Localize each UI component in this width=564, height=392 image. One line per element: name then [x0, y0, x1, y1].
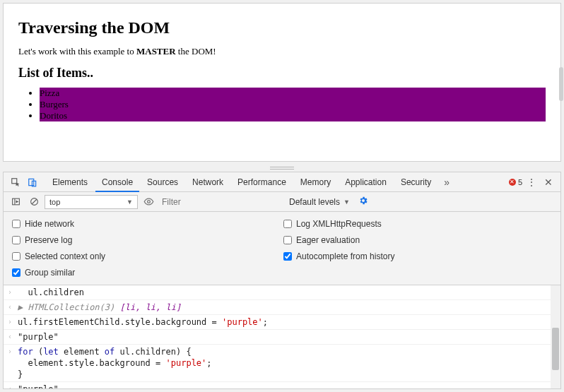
setting-preserve-log[interactable]: Preserve log	[12, 235, 281, 245]
setting-log-xhr[interactable]: Log XMLHttpRequests	[283, 219, 552, 229]
live-expression-icon[interactable]	[141, 194, 156, 210]
console-result[interactable]: ▶ HTMLCollection(3) [li, li, li]	[18, 302, 556, 313]
console-result: "purple"	[18, 331, 556, 343]
tab-application[interactable]: Application	[339, 172, 393, 192]
setting-eager-eval[interactable]: Eager evaluation	[283, 235, 552, 245]
items-list: Pizza Burgers Doritos	[18, 88, 546, 121]
chevron-down-icon: ▼	[343, 198, 350, 206]
error-count[interactable]: ✕ 5	[509, 178, 522, 186]
page-scrollbar[interactable]	[559, 67, 563, 101]
console-cutoff: ul.children	[18, 287, 556, 298]
tab-memory[interactable]: Memory	[294, 172, 337, 192]
page-h1: Traversing the DOM	[18, 18, 546, 37]
setting-group-similar[interactable]: Group similar	[12, 268, 281, 278]
page-viewport: Traversing the DOM Let's work with this …	[3, 3, 561, 162]
page-paragraph: Let's work with this example to MASTER t…	[18, 46, 546, 57]
log-levels-selector[interactable]: Default levels ▼	[289, 197, 350, 207]
console-filterbar: top ▼ Default levels ▼	[4, 192, 560, 212]
more-tabs-icon[interactable]: »	[439, 177, 454, 188]
console-sidebar-toggle-icon[interactable]	[8, 194, 23, 210]
devtools-resize-handle[interactable]	[0, 165, 564, 172]
devtools-panel: Elements Console Sources Network Perform…	[3, 172, 561, 389]
console-input-line: for (let element of ul.children) { eleme…	[18, 346, 556, 380]
filter-input[interactable]	[159, 195, 286, 209]
tab-security[interactable]: Security	[394, 172, 437, 192]
setting-hide-network[interactable]: Hide network	[12, 219, 281, 229]
list-item: Burgers	[40, 99, 546, 110]
console-settings-icon[interactable]	[356, 196, 371, 208]
tab-sources[interactable]: Sources	[141, 172, 184, 192]
list-item: Pizza	[40, 88, 546, 99]
kebab-menu-icon[interactable]: ⋮	[524, 177, 539, 188]
console-result: "purple"	[18, 384, 556, 388]
chevron-down-icon: ▼	[127, 198, 133, 206]
setting-autocomplete[interactable]: Autocomplete from history	[283, 251, 552, 261]
setting-selected-ctx[interactable]: Selected context only	[12, 251, 281, 261]
svg-point-5	[147, 201, 150, 203]
tab-network[interactable]: Network	[186, 172, 230, 192]
console-scrollbar[interactable]	[551, 285, 560, 388]
clear-console-icon[interactable]	[26, 194, 42, 210]
devtools-tabbar: Elements Console Sources Network Perform…	[4, 172, 560, 192]
inspect-element-icon[interactable]	[8, 174, 23, 190]
page-h2: List of Items..	[18, 66, 546, 81]
console-input-line: ul.firstElementChild.style.background = …	[18, 316, 556, 328]
error-dot-icon: ✕	[509, 179, 516, 186]
list-item: Doritos	[40, 110, 546, 121]
svg-rect-1	[29, 179, 34, 185]
device-toolbar-icon[interactable]	[25, 174, 40, 190]
page-content: Traversing the DOM Let's work with this …	[6, 6, 558, 159]
console-output[interactable]: › ul.children ‹▶ HTMLCollection(3) [li, …	[4, 285, 560, 388]
tab-performance[interactable]: Performance	[231, 172, 293, 192]
tab-elements[interactable]: Elements	[46, 172, 94, 192]
context-selector[interactable]: top ▼	[45, 195, 138, 209]
tab-console[interactable]: Console	[95, 172, 139, 192]
close-devtools-icon[interactable]: ✕	[541, 177, 556, 188]
console-settings-panel: Hide network Log XMLHttpRequests Preserv…	[4, 212, 560, 285]
